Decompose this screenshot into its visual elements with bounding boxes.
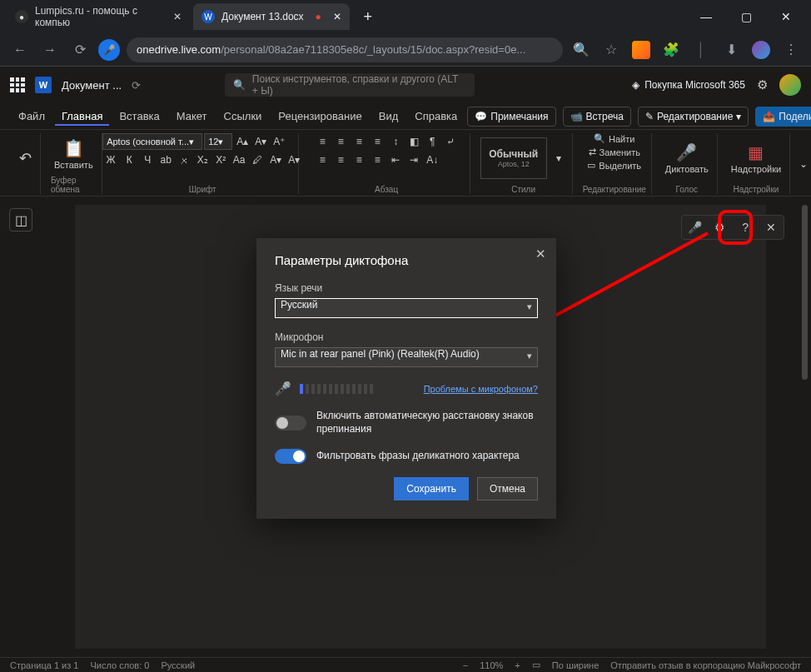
voice-search-icon[interactable]: 🎤 xyxy=(98,39,120,61)
tab-close-icon[interactable]: ✕ xyxy=(333,11,341,22)
indent-left-button[interactable]: ⇤ xyxy=(387,152,404,168)
profile-avatar[interactable] xyxy=(749,38,773,62)
justify-button[interactable]: ≡ xyxy=(369,152,386,168)
paste-button[interactable]: 📋 Вставить xyxy=(51,137,97,172)
new-tab-button[interactable]: + xyxy=(356,5,380,28)
comments-button[interactable]: 💬 Примечания xyxy=(467,107,555,127)
tab-insert[interactable]: Вставка xyxy=(112,107,166,126)
addins-button[interactable]: ▦ Надстройки xyxy=(728,141,784,176)
shrink-font-button[interactable]: A▾ xyxy=(252,133,269,150)
grow-font-button[interactable]: A▴ xyxy=(234,133,251,150)
replace-button[interactable]: ⇄Заменить xyxy=(589,147,640,157)
dialog-close-button[interactable]: ✕ xyxy=(535,246,546,261)
shading-button[interactable]: ◧ xyxy=(406,133,422,150)
tab-home[interactable]: Главная xyxy=(55,107,109,126)
tab-review[interactable]: Рецензирование xyxy=(271,107,368,126)
status-page[interactable]: Страница 1 из 1 xyxy=(10,660,78,670)
line-spacing-button[interactable]: ↕ xyxy=(387,133,404,150)
subscript-button[interactable]: X₂ xyxy=(194,152,211,168)
italic-button[interactable]: К xyxy=(121,152,137,168)
address-bar[interactable]: onedrive.live.com/personal/08a2ae7118305… xyxy=(127,37,563,62)
tab-layout[interactable]: Макет xyxy=(170,107,214,126)
numbering-button[interactable]: ≡ xyxy=(332,133,349,150)
window-maximize-button[interactable]: ▢ xyxy=(728,3,764,30)
status-language[interactable]: Русский xyxy=(161,660,195,670)
forward-button[interactable]: → xyxy=(38,38,62,62)
select-button[interactable]: ▭Выделить xyxy=(587,160,641,171)
cancel-button[interactable]: Отмена xyxy=(477,477,538,500)
status-zoom-in[interactable]: + xyxy=(515,660,520,670)
bullets-button[interactable]: ≡ xyxy=(314,133,331,150)
scroll-thumb[interactable] xyxy=(802,205,808,380)
clear-format-button[interactable]: A⁺ xyxy=(271,133,287,150)
show-marks-button[interactable]: ¶ xyxy=(424,133,440,150)
window-close-button[interactable]: ✕ xyxy=(768,3,804,30)
find-button[interactable]: 🔍Найти xyxy=(594,133,634,144)
sort-button[interactable]: ⤶ xyxy=(442,133,459,150)
user-avatar[interactable] xyxy=(779,74,801,96)
settings-icon[interactable]: ⚙ xyxy=(757,77,768,92)
dictation-help-icon[interactable]: ? xyxy=(735,221,755,234)
auto-punct-toggle[interactable] xyxy=(275,416,306,431)
tab-references[interactable]: Ссылки xyxy=(217,107,269,126)
indent-right-button[interactable]: ⇥ xyxy=(406,152,422,168)
bookmark-icon[interactable]: ☆ xyxy=(600,38,623,62)
status-zoom-out[interactable]: − xyxy=(463,660,468,670)
status-words[interactable]: Число слов: 0 xyxy=(90,660,149,670)
status-fit-icon[interactable]: ▭ xyxy=(532,660,540,670)
multilevel-button[interactable]: ≡ xyxy=(351,133,367,150)
align-center-button[interactable]: ≡ xyxy=(332,152,349,168)
meet-button[interactable]: 📹 Встреча xyxy=(563,107,631,127)
style-normal[interactable]: Обычный Aptos, 12 xyxy=(480,137,547,179)
editing-mode-button[interactable]: ✎ Редактирование ▾ xyxy=(638,107,749,127)
browser-tab-1[interactable]: W Документ 13.docx ● ✕ xyxy=(193,3,350,30)
undo-button[interactable]: ↶ xyxy=(17,150,33,167)
tab-close-icon[interactable]: ✕ xyxy=(173,11,182,22)
case-button[interactable]: Aa xyxy=(231,152,247,168)
pages-pane-button[interactable]: ◫ xyxy=(9,208,32,231)
font-color2-button[interactable]: A▾ xyxy=(286,152,302,168)
dictation-settings-icon[interactable]: ⚙ xyxy=(710,221,730,234)
font-size-select[interactable]: 12 ▾ xyxy=(204,133,232,150)
dictate-button[interactable]: 🎤 Диктовать xyxy=(662,141,712,176)
reload-button[interactable]: ⟳ xyxy=(68,38,92,62)
more-font-button[interactable]: ꭗ xyxy=(176,152,192,168)
share-button[interactable]: 📤 Поделиться ▾ xyxy=(755,107,811,127)
highlight-button[interactable]: 🖊 xyxy=(249,152,266,168)
indent-dec-button[interactable]: ≡ xyxy=(369,133,386,150)
rtl-button[interactable]: A↓ xyxy=(424,152,440,168)
app-launcher-icon[interactable] xyxy=(10,77,25,92)
align-left-button[interactable]: ≡ xyxy=(314,152,331,168)
dictation-mic-icon[interactable]: 🎤 xyxy=(684,221,704,234)
tab-view[interactable]: Вид xyxy=(372,107,406,126)
status-fit[interactable]: По ширине xyxy=(552,660,600,670)
mic-troubleshoot-link[interactable]: Проблемы с микрофоном? xyxy=(424,384,538,394)
document-name[interactable]: Документ ... xyxy=(62,79,122,92)
back-button[interactable]: ← xyxy=(8,38,32,62)
metamask-ext-icon[interactable] xyxy=(629,38,653,62)
strike-button[interactable]: ab xyxy=(157,152,174,168)
ribbon-chevron-button[interactable]: ⌄ xyxy=(795,156,811,172)
language-select[interactable]: Русский xyxy=(275,298,538,318)
bold-button[interactable]: Ж xyxy=(102,152,119,168)
dictation-close-icon[interactable]: ✕ xyxy=(761,221,781,234)
tab-file[interactable]: Файл xyxy=(12,107,52,126)
filter-toggle[interactable] xyxy=(275,449,306,464)
menu-icon[interactable]: ⋮ xyxy=(779,38,803,62)
microphone-select[interactable]: Mic in at rear panel (Pink) (Realtek(R) … xyxy=(275,347,538,367)
font-color-button[interactable]: A▾ xyxy=(267,152,284,168)
window-minimize-button[interactable]: — xyxy=(688,3,724,30)
save-button[interactable]: Сохранить xyxy=(394,477,469,500)
underline-button[interactable]: Ч xyxy=(139,152,156,168)
status-zoom[interactable]: 110% xyxy=(480,660,503,670)
align-right-button[interactable]: ≡ xyxy=(351,152,367,168)
styles-more-button[interactable]: ▾ xyxy=(550,150,567,167)
status-feedback[interactable]: Отправить отзыв в корпорацию Майкрософт xyxy=(610,660,801,670)
browser-tab-0[interactable]: ● Lumpics.ru - помощь с компью ✕ xyxy=(7,3,190,30)
buy-premium-button[interactable]: ◈ Покупка Microsoft 365 xyxy=(632,79,745,91)
tab-help[interactable]: Справка xyxy=(408,107,464,126)
search-icon[interactable]: 🔍 xyxy=(570,38,593,62)
font-name-select[interactable]: Aptos (основной т... ▾ xyxy=(102,133,202,150)
download-icon[interactable]: ⬇ xyxy=(719,38,743,62)
superscript-button[interactable]: X² xyxy=(212,152,229,168)
